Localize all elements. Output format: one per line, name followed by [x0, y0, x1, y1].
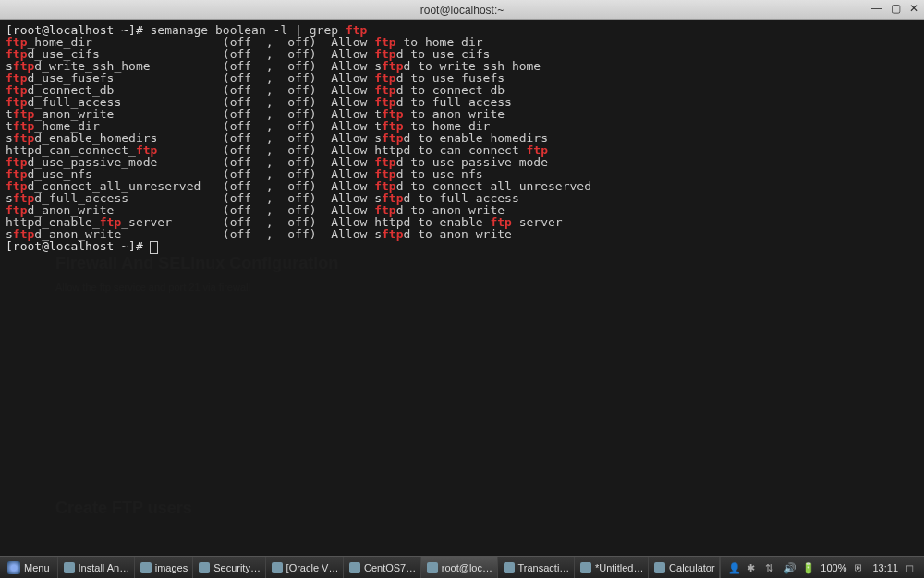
taskbar-item-label: root@loc… [442, 562, 492, 573]
taskbar-item-label: Install An… [79, 562, 130, 573]
taskbar-item-label: Calculator [669, 562, 715, 573]
logout-icon[interactable]: ◻ [906, 562, 917, 573]
taskbar-item-label: [Oracle V… [286, 562, 339, 573]
window-maximize-button[interactable]: ▢ [889, 2, 902, 15]
task-icon [64, 562, 75, 573]
task-icon [580, 562, 591, 573]
taskbar-item[interactable]: Security… [193, 557, 265, 578]
taskbar-item-label: Transacti… [518, 562, 570, 573]
shield-icon[interactable]: ⛨ [854, 562, 865, 573]
taskbar-item-label: images [155, 562, 188, 573]
taskbar-menu-label: Menu [24, 562, 50, 573]
taskbar-item[interactable]: images [135, 557, 193, 578]
volume-icon[interactable]: 🔊 [784, 562, 795, 573]
taskbar-item[interactable]: CentOS7… [344, 557, 421, 578]
terminal-area[interactable]: [root@localhost ~]# semanage boolean -l … [0, 20, 924, 556]
taskbar-items: Install An…imagesSecurity…[Oracle V…Cent… [58, 557, 721, 578]
task-icon [427, 562, 438, 573]
window-close-button[interactable]: ✕ [907, 2, 920, 15]
taskbar-item[interactable]: Transacti… [498, 557, 575, 578]
task-icon [504, 562, 515, 573]
window-title: root@localhost:~ [420, 4, 505, 17]
taskbar-item-label: *Untitled… [595, 562, 644, 573]
taskbar-menu-button[interactable]: Menu [0, 557, 58, 578]
taskbar-item[interactable]: Install An… [58, 557, 135, 578]
task-icon [349, 562, 360, 573]
taskbar-item-label: Security… [213, 562, 261, 573]
taskbar-item[interactable]: Calculator [649, 557, 720, 578]
task-icon [654, 562, 665, 573]
taskbar: Menu Install An…imagesSecurity…[Oracle V… [0, 556, 924, 578]
bluetooth-icon[interactable]: ✱ [747, 562, 758, 573]
task-icon [272, 562, 283, 573]
battery-icon[interactable]: 🔋 [802, 562, 813, 573]
network-icon[interactable]: ⇅ [765, 562, 776, 573]
window-minimize-button[interactable]: — [870, 2, 883, 15]
task-icon [140, 562, 152, 573]
taskbar-item-label: CentOS7… [364, 562, 416, 573]
system-tray: 👤 ✱ ⇅ 🔊 🔋 100% ⛨ 13:11 ◻ [720, 557, 924, 578]
user-icon[interactable]: 👤 [728, 562, 739, 573]
terminal-cursor [151, 242, 157, 253]
task-icon [199, 562, 210, 573]
taskbar-item[interactable]: [Oracle V… [266, 557, 344, 578]
taskbar-item[interactable]: *Untitled… [575, 557, 649, 578]
clock: 13:11 [872, 562, 898, 573]
taskbar-item[interactable]: root@loc… [421, 557, 498, 578]
battery-percent: 100% [821, 562, 846, 573]
window-titlebar: root@localhost:~ — ▢ ✕ [0, 0, 924, 20]
menu-icon [7, 561, 20, 574]
